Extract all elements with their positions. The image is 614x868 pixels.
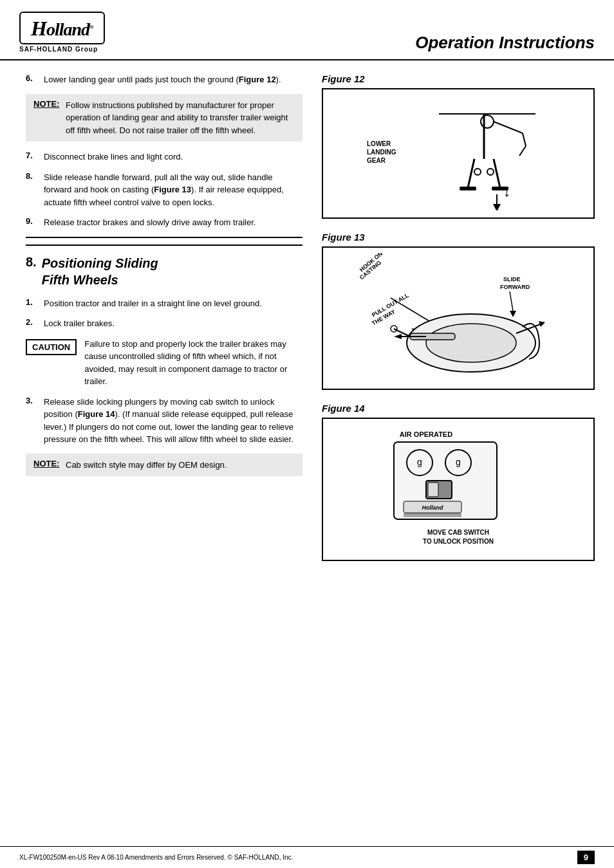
figure12-svg: LOWER LANDING GEAR bbox=[328, 95, 588, 210]
svg-marker-4 bbox=[493, 204, 501, 210]
list-num-7: 7. bbox=[26, 151, 44, 160]
figure12-box: LOWER LANDING GEAR bbox=[322, 88, 595, 219]
section-divider bbox=[26, 237, 302, 238]
list-content-s8-2: Lock trailer brakes. bbox=[44, 317, 302, 330]
note-text-1: Follow instructions published by manufac… bbox=[66, 99, 295, 137]
note-text-2: Cab switch style may differ by OEM desig… bbox=[66, 459, 227, 472]
note-box-1: NOTE: Follow instructions published by m… bbox=[26, 94, 302, 142]
svg-text:↓: ↓ bbox=[503, 183, 510, 199]
svg-text:MOVE CAB SWITCH: MOVE CAB SWITCH bbox=[427, 529, 489, 536]
svg-marker-35 bbox=[394, 334, 402, 339]
figure13-svg: HOOK ON CASTING PULL OUT ALL THE WAY SLI… bbox=[328, 253, 588, 382]
svg-point-7 bbox=[481, 115, 494, 128]
figure14-box: AIR OPERATED g g Holland bbox=[322, 418, 595, 561]
svg-line-32 bbox=[394, 329, 410, 337]
fig12-ref: Figure 12 bbox=[239, 75, 276, 84]
svg-text:TO UNLOCK POSITION: TO UNLOCK POSITION bbox=[423, 538, 494, 545]
logo-text: Holland® bbox=[31, 19, 93, 39]
list-item-s8-1: 1. Position tractor and trailer in a str… bbox=[26, 297, 302, 310]
list-item-s8-3: 3. Release slide locking plungers by mov… bbox=[26, 396, 302, 446]
caution-label: CAUTION bbox=[26, 339, 77, 355]
main-content: 6. Lower landing gear until pads just to… bbox=[0, 60, 614, 846]
svg-rect-13 bbox=[460, 187, 476, 190]
list-content-8: Slide release handle forward, pull all t… bbox=[44, 171, 302, 209]
svg-point-16 bbox=[487, 169, 494, 175]
footer-copyright: XL-FW100250M-en-US Rev A 08-10 Amendment… bbox=[19, 854, 293, 861]
svg-text:Holland: Holland bbox=[422, 504, 444, 511]
list-item-8: 8. Slide release handle forward, pull al… bbox=[26, 171, 302, 209]
note-label-2: NOTE: bbox=[33, 459, 62, 468]
figure14-svg: AIR OPERATED g g Holland bbox=[328, 424, 588, 553]
list-content-6: Lower landing gear until pads just touch… bbox=[44, 73, 302, 86]
svg-rect-45 bbox=[428, 483, 438, 497]
left-column: 6. Lower landing gear until pads just to… bbox=[0, 60, 315, 846]
list-item-7: 7. Disconnect brake lines and light cord… bbox=[26, 151, 302, 163]
figure13-label: Figure 13 bbox=[322, 232, 595, 243]
list-num-s8-3: 3. bbox=[26, 396, 44, 405]
section-8-title: Positioning SlidingFifth Wheels bbox=[42, 255, 158, 288]
list-item-s8-2: 2. Lock trailer brakes. bbox=[26, 317, 302, 330]
list-content-9: Release tractor brakes and slowly drive … bbox=[44, 216, 302, 229]
header: Holland® SAF-HOLLAND Group Operation Ins… bbox=[0, 0, 614, 60]
svg-marker-37 bbox=[539, 321, 545, 327]
logo-area: Holland® SAF-HOLLAND Group bbox=[19, 12, 105, 53]
svg-text:FORWARD: FORWARD bbox=[500, 284, 530, 290]
caution-row: CAUTION Failure to stop and properly loc… bbox=[26, 338, 302, 388]
list-content-7: Disconnect brake lines and light cord. bbox=[44, 151, 302, 163]
page-number: 9 bbox=[577, 851, 595, 864]
list-content-s8-1: Position tractor and trailer in a straig… bbox=[44, 297, 302, 310]
page: Holland® SAF-HOLLAND Group Operation Ins… bbox=[0, 0, 614, 868]
svg-point-30 bbox=[426, 324, 516, 362]
list-num-6: 6. bbox=[26, 73, 44, 83]
list-item-6: 6. Lower landing gear until pads just to… bbox=[26, 73, 302, 86]
svg-line-10 bbox=[519, 146, 526, 156]
svg-point-15 bbox=[474, 169, 481, 175]
fig14-ref: Figure 14 bbox=[78, 409, 115, 419]
figure13-box: HOOK ON CASTING PULL OUT ALL THE WAY SLI… bbox=[322, 246, 595, 390]
section-8-heading: 8. Positioning SlidingFifth Wheels bbox=[26, 245, 302, 288]
svg-text:LOWER: LOWER bbox=[367, 140, 391, 147]
list-num-8: 8. bbox=[26, 171, 44, 181]
svg-text:LANDING: LANDING bbox=[367, 149, 396, 156]
svg-text:AIR OPERATED: AIR OPERATED bbox=[400, 430, 452, 438]
right-column: Figure 12 LOWER LANDING GEAR bbox=[315, 60, 614, 846]
list-num-s8-1: 1. bbox=[26, 297, 44, 307]
page-title: Operation Instructions bbox=[415, 33, 595, 53]
svg-text:g: g bbox=[417, 457, 422, 467]
logo-box: Holland® bbox=[19, 12, 105, 44]
svg-line-8 bbox=[494, 122, 523, 133]
list-num-9: 9. bbox=[26, 216, 44, 226]
list-item-9: 9. Release tractor brakes and slowly dri… bbox=[26, 216, 302, 229]
note-label-1: NOTE: bbox=[33, 99, 62, 109]
svg-line-11 bbox=[468, 159, 474, 188]
list-num-s8-2: 2. bbox=[26, 317, 44, 327]
logo-reg: ® bbox=[89, 24, 93, 30]
saf-holland-label: SAF-HOLLAND Group bbox=[19, 46, 98, 53]
note-box-2: NOTE: Cab switch style may differ by OEM… bbox=[26, 454, 302, 477]
svg-text:GEAR: GEAR bbox=[367, 157, 386, 164]
footer: XL-FW100250M-en-US Rev A 08-10 Amendment… bbox=[0, 846, 614, 868]
svg-line-9 bbox=[523, 133, 526, 146]
section-8-num: 8. bbox=[26, 255, 37, 270]
svg-text:SLIDE: SLIDE bbox=[503, 276, 521, 282]
figure12-label: Figure 12 bbox=[322, 73, 595, 84]
fig13-ref: Figure 13 bbox=[154, 185, 191, 194]
svg-text:g: g bbox=[456, 457, 461, 467]
svg-line-12 bbox=[494, 159, 500, 188]
figure14-label: Figure 14 bbox=[322, 403, 595, 414]
caution-text: Failure to stop and properly lock the tr… bbox=[84, 338, 302, 388]
list-content-s8-3: Release slide locking plungers by moving… bbox=[44, 396, 302, 446]
svg-marker-28 bbox=[510, 311, 516, 317]
svg-line-27 bbox=[510, 291, 513, 311]
